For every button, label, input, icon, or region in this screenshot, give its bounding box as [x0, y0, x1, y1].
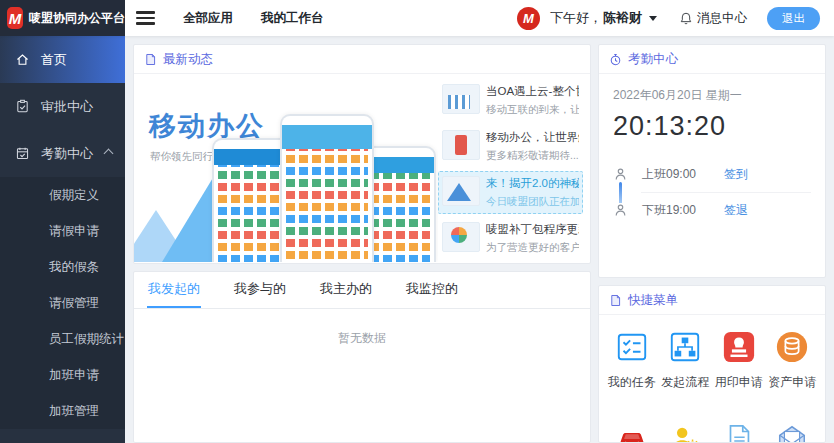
tab-hosted-by-me[interactable]: 我主办的 — [319, 272, 373, 308]
panel-title: 最新动态 — [163, 51, 213, 68]
attendance-date: 2022年06月20日 星期一 — [613, 87, 811, 104]
quick-menu-panel: 快捷菜单 我的任务 — [598, 285, 826, 443]
quick-item-label: 我的任务 — [608, 374, 656, 391]
news-desc: 更多精彩敬请期待....... — [486, 149, 579, 163]
news-list: 当OA遇上云-整个协同OA 移动互联的到来，让OA与云 移动办公，让世界触手可 … — [438, 74, 590, 262]
nav-my-workbench[interactable]: 我的工作台 — [261, 10, 324, 27]
sidebar-subitem-overtime-management[interactable]: 加班管理 — [0, 393, 125, 429]
app-logo: M 唛盟协同办公平台 — [0, 0, 125, 36]
promo-banner[interactable]: 移动办公 帮你领先同行 把工作带出办公室 — [134, 74, 438, 262]
left-column: 最新动态 移动办公 帮你领先同行 把工作带出办公室 — [133, 44, 591, 443]
news-title: 移动办公，让世界触手可 — [486, 130, 579, 145]
check-out-link[interactable]: 签退 — [724, 202, 748, 219]
quick-item-label: 资产申请 — [768, 374, 816, 391]
quick-item-asset-request[interactable]: 资产申请 — [766, 330, 820, 391]
chevron-down-icon — [649, 16, 657, 25]
quick-item-meeting-request[interactable]: 会议申请 — [659, 423, 713, 443]
news-title: 来！揭开2.0的神秘面纱- — [486, 176, 579, 191]
quick-menu-header: 快捷菜单 — [599, 286, 825, 315]
quick-item-seal-request[interactable]: 用印申请 — [712, 330, 766, 391]
person-icon — [613, 203, 628, 218]
sidebar-subitem-holiday-definition[interactable]: 假期定义 — [0, 177, 125, 213]
message-center-button[interactable]: 消息中心 — [679, 10, 747, 27]
latest-news-panel: 最新动态 移动办公 帮你领先同行 把工作带出办公室 — [133, 44, 591, 264]
task-tabs: 我发起的 我参与的 我主办的 我监控的 — [134, 272, 590, 309]
top-bar: M 唛盟协同办公平台 全部应用 我的工作台 M 下午好， 陈裕财 消息中心 退出 — [0, 0, 834, 36]
tab-monitored-by-me[interactable]: 我监控的 — [405, 272, 459, 308]
sidebar-subitem-overtime-request[interactable]: 加班申请 — [0, 357, 125, 393]
quick-item-vehicle-request[interactable]: 用车申请 — [605, 423, 659, 443]
attendance-header: 考勤中心 — [599, 45, 825, 74]
quick-item-label: 用印申请 — [715, 374, 763, 391]
menu-collapse-icon[interactable] — [136, 8, 155, 28]
start-flow-icon — [668, 330, 702, 364]
username: 陈裕财 — [603, 9, 642, 27]
sidebar-subitem-leave-request[interactable]: 请假申请 — [0, 213, 125, 249]
sidebar-item-attendance-center[interactable]: 考勤中心 — [0, 130, 125, 177]
news-title: 唛盟补丁包程序更新 — [486, 222, 579, 237]
logout-button[interactable]: 退出 — [767, 7, 820, 30]
mail-icon — [775, 423, 809, 443]
sidebar-item-home[interactable]: 首页 — [0, 36, 125, 83]
phone-mockup — [364, 146, 436, 262]
attendance-icon — [15, 146, 30, 161]
quick-menu-grid: 我的任务 发起流程 — [599, 315, 825, 443]
app-title: 唛盟协同办公平台 — [29, 10, 125, 27]
news-item-selected[interactable]: 来！揭开2.0的神秘面纱- 今日唛盟团队正在加班加点， — [438, 171, 583, 214]
news-thumbnail — [442, 176, 480, 206]
quick-item-start-flow[interactable]: 发起流程 — [659, 330, 713, 391]
news-item[interactable]: 移动办公，让世界触手可 更多精彩敬请期待....... — [438, 125, 583, 168]
news-thumbnail — [442, 222, 480, 252]
news-body: 移动办公 帮你领先同行 把工作带出办公室 — [134, 74, 590, 262]
panel-title: 快捷菜单 — [628, 292, 678, 309]
shift-label: 下班19:00 — [642, 202, 724, 219]
news-thumbnail — [442, 130, 480, 160]
attendance-record-checkin: 上班09:00 签到 — [613, 156, 811, 192]
news-item[interactable]: 唛盟补丁包程序更新 为了营造更好的客户体验，唛 — [438, 217, 583, 260]
latest-news-header: 最新动态 — [134, 45, 590, 74]
attendance-record-checkout: 下班19:00 签退 — [613, 192, 811, 228]
sidebar-subitem-employee-holiday-stats[interactable]: 员工假期统计 — [0, 321, 125, 357]
bell-icon — [679, 11, 693, 26]
chevron-up-icon — [104, 149, 114, 159]
car-icon — [615, 423, 649, 443]
document-icon — [609, 294, 622, 307]
sidebar-subitem-my-leave-notes[interactable]: 我的假条 — [0, 249, 125, 285]
news-desc: 今日唛盟团队正在加班加点， — [486, 195, 579, 209]
quick-item-my-tasks[interactable]: 我的任务 — [605, 330, 659, 391]
user-menu[interactable]: 下午好， 陈裕财 — [550, 9, 657, 27]
sidebar-item-label: 审批中心 — [41, 98, 93, 116]
quick-item-label: 发起流程 — [661, 374, 709, 391]
attendance-clock: 20:13:20 — [613, 111, 811, 142]
nav-all-apps[interactable]: 全部应用 — [183, 10, 233, 27]
sidebar-item-approval-center[interactable]: 审批中心 — [0, 83, 125, 130]
meeting-icon — [668, 423, 702, 443]
top-right-area: M 下午好， 陈裕财 消息中心 退出 — [517, 7, 834, 30]
news-title: 当OA遇上云-整个协同OA — [486, 84, 579, 99]
news-desc: 移动互联的到来，让OA与云 — [486, 103, 579, 117]
check-in-link[interactable]: 签到 — [724, 166, 748, 183]
attendance-records: 上班09:00 签到 下班19:00 签退 — [613, 156, 811, 228]
quick-item-new-mail[interactable]: 新建邮件 — [766, 423, 820, 443]
empty-state-text: 暂无数据 — [134, 309, 590, 347]
sidebar-item-label: 考勤中心 — [41, 145, 93, 163]
tab-participated-by-me[interactable]: 我参与的 — [233, 272, 287, 308]
my-tasks-panel: 我发起的 我参与的 我主办的 我监控的 暂无数据 — [133, 271, 591, 443]
news-thumbnail — [442, 84, 480, 114]
user-avatar[interactable]: M — [517, 7, 540, 30]
attendance-panel: 考勤中心 2022年06月20日 星期一 20:13:20 上班09:00 — [598, 44, 826, 278]
top-nav: 全部应用 我的工作台 — [183, 10, 324, 27]
person-icon — [613, 167, 628, 182]
home-icon — [15, 52, 30, 67]
stopwatch-icon — [609, 53, 622, 66]
timeline-line — [619, 182, 622, 204]
tasks-icon — [615, 330, 649, 364]
tab-initiated-by-me[interactable]: 我发起的 — [147, 272, 201, 308]
phone-mockup — [212, 138, 290, 262]
quick-item-new-contract[interactable]: 新建合同 — [712, 423, 766, 443]
news-item[interactable]: 当OA遇上云-整个协同OA 移动互联的到来，让OA与云 — [438, 79, 583, 122]
sidebar-subitem-leave-management[interactable]: 请假管理 — [0, 285, 125, 321]
contract-icon — [722, 423, 756, 443]
sidebar-item-label: 首页 — [41, 51, 67, 69]
panel-title: 考勤中心 — [628, 51, 678, 68]
